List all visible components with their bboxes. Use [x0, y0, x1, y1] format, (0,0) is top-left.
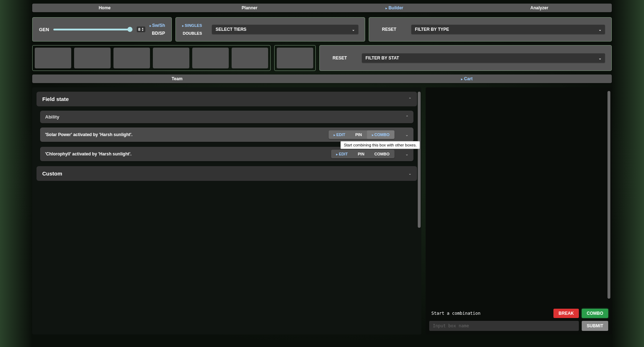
edit-button[interactable]: EDIT	[329, 130, 350, 139]
combo-button[interactable]: COMBO	[367, 130, 394, 139]
filter-type-label: FILTER BY TYPE	[415, 27, 449, 32]
team-slot-group-2	[274, 45, 316, 71]
box-name-input[interactable]	[429, 321, 579, 331]
chevron-down-icon: ⌄	[408, 172, 411, 175]
field-state-title: Field state	[42, 96, 69, 102]
filter-stat-panel: RESET FILTER BY STAT ⌄	[319, 45, 612, 71]
filter-type-panel: RESET FILTER BY TYPE ⌄	[369, 17, 612, 42]
chevron-down-icon: ⌄	[599, 56, 601, 60]
select-tiers-dropdown[interactable]: SELECT TIERS ⌄	[212, 25, 358, 34]
gen-panel: GEN 8 ▲▼ Sw/Sh BD/SP	[32, 17, 172, 42]
top-nav: Home Planner Builder Analyzer	[32, 4, 612, 12]
section-custom[interactable]: Custom ⌄	[37, 166, 417, 181]
filter-stat-dropdown[interactable]: FILTER BY STAT ⌄	[362, 53, 605, 63]
pin-button[interactable]: PIN	[353, 150, 369, 158]
combo-confirm-button[interactable]: COMBO	[582, 309, 608, 318]
reset-type-button[interactable]: RESET	[376, 27, 403, 32]
cart-list: Field state ⌃ Ability ⌃ 'Solar Power' ac…	[32, 87, 421, 334]
team-slot[interactable]	[232, 48, 268, 68]
nav-home[interactable]: Home	[32, 5, 177, 10]
stepper-arrows-icon: ▲▼	[141, 27, 144, 32]
nav-planner[interactable]: Planner	[177, 5, 322, 10]
combo-button[interactable]: COMBO	[369, 150, 394, 158]
break-button[interactable]: BREAK	[553, 309, 579, 318]
chevron-down-icon: ⌄	[599, 28, 601, 32]
nav-analyzer[interactable]: Analyzer	[467, 5, 612, 10]
chevron-up-icon: ⌃	[408, 97, 411, 101]
team-slot[interactable]	[113, 48, 150, 68]
sub-nav: Team Cart	[32, 74, 612, 83]
entry-text: 'Chlorophyll' activated by 'Harsh sunlig…	[45, 151, 328, 156]
team-slot-group-1	[32, 45, 271, 71]
pin-button[interactable]: PIN	[350, 130, 367, 139]
gen-option-bdsp[interactable]: BD/SP	[152, 31, 165, 36]
chevron-up-icon: ⌃	[406, 115, 408, 119]
section-field-state[interactable]: Field state ⌃	[37, 92, 417, 106]
nav-builder[interactable]: Builder	[322, 5, 467, 10]
team-slot[interactable]	[192, 48, 229, 68]
tiers-label: SELECT TIERS	[216, 27, 246, 32]
cart-entry: 'Solar Power' activated by 'Harsh sunlig…	[40, 127, 413, 142]
format-panel: SINGLES DOUBLES SELECT TIERS ⌄	[175, 17, 365, 42]
chevron-down-icon: ⌄	[352, 28, 355, 32]
format-doubles[interactable]: DOUBLES	[183, 31, 202, 35]
subsection-ability[interactable]: Ability ⌃	[40, 111, 413, 123]
ability-title: Ability	[45, 114, 59, 120]
gen-slider[interactable]	[53, 29, 132, 30]
combo-panel: Start a combination BREAK COMBO SUBMIT	[426, 87, 612, 334]
gen-number-stepper[interactable]: 8 ▲▼	[137, 26, 145, 32]
team-slot[interactable]	[277, 48, 313, 68]
subnav-team[interactable]: Team	[32, 76, 322, 81]
scrollbar[interactable]	[607, 91, 610, 299]
scrollbar[interactable]	[418, 92, 421, 228]
gen-value: 8	[138, 27, 140, 32]
team-slot[interactable]	[35, 48, 71, 68]
filter-type-dropdown[interactable]: FILTER BY TYPE ⌄	[411, 25, 605, 34]
submit-button[interactable]: SUBMIT	[582, 321, 608, 331]
custom-title: Custom	[42, 170, 62, 177]
gen-slider-thumb[interactable]	[127, 27, 132, 32]
cart-entry: 'Chlorophyll' activated by 'Harsh sunlig…	[40, 147, 413, 161]
chevron-down-icon[interactable]: ⌄	[405, 152, 408, 156]
gen-option-swsh[interactable]: Sw/Sh	[150, 23, 165, 28]
combo-tooltip: Start combining this box with other boxe…	[340, 141, 420, 149]
format-singles[interactable]: SINGLES	[182, 23, 202, 28]
team-slot[interactable]	[153, 48, 189, 68]
gen-label: GEN	[39, 27, 49, 32]
entry-button-group: EDIT PIN COMBO	[331, 150, 394, 158]
team-slot[interactable]	[74, 48, 111, 68]
entry-button-group: EDIT PIN COMBO	[329, 130, 394, 139]
reset-stat-button[interactable]: RESET	[326, 56, 353, 61]
filter-stat-label: FILTER BY STAT	[365, 56, 399, 61]
chevron-down-icon[interactable]: ⌄	[405, 132, 408, 137]
combo-status-text: Start a combination	[429, 311, 551, 316]
edit-button[interactable]: EDIT	[331, 150, 353, 158]
entry-text: 'Solar Power' activated by 'Harsh sunlig…	[45, 132, 325, 137]
subnav-cart[interactable]: Cart	[322, 76, 612, 81]
